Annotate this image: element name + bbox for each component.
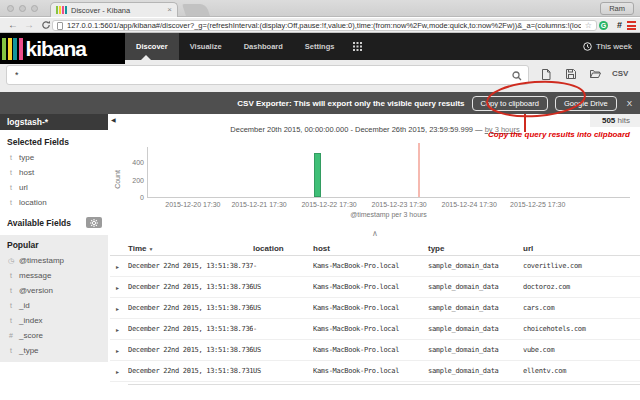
open-search-icon[interactable] xyxy=(590,69,601,78)
forward-icon[interactable]: → xyxy=(24,20,34,30)
column-header-host[interactable]: host xyxy=(313,244,428,253)
save-search-icon[interactable] xyxy=(566,69,576,79)
nav-tab-dashboard[interactable]: Dashboard xyxy=(233,33,294,60)
x-axis-label: @timestamp per 3 hours xyxy=(147,211,630,218)
notification-close-icon[interactable]: X xyxy=(624,99,635,108)
sidebar-field-item[interactable]: t host xyxy=(0,165,108,180)
table-row[interactable]: ▸ December 22nd 2015, 13:51:38.736 US Ka… xyxy=(110,340,640,361)
window-controls[interactable] xyxy=(7,5,38,12)
sidebar-field-item[interactable]: t message xyxy=(0,268,108,283)
expand-row-icon[interactable]: ▸ xyxy=(110,347,128,354)
sidebar-field-item[interactable]: # _score xyxy=(0,328,108,343)
cell-host: Kams-MacBook-Pro.local xyxy=(313,262,428,270)
column-header-url[interactable]: url xyxy=(523,244,640,253)
csv-export-button[interactable]: CSV xyxy=(612,69,628,78)
url-text[interactable]: 127.0.0.1:5601/app/kibana#/discover?_g=(… xyxy=(67,21,581,30)
sidebar-field-item[interactable]: t _index xyxy=(0,313,108,328)
cell-url: vube.com xyxy=(523,346,640,354)
column-header-type[interactable]: type xyxy=(428,244,523,253)
zoom-window-button[interactable] xyxy=(31,5,38,12)
table-row[interactable]: ▸ December 22nd 2015, 13:51:38.736 US Ka… xyxy=(110,298,640,319)
query-input[interactable] xyxy=(7,66,528,84)
tab-close-icon[interactable]: × xyxy=(167,6,172,14)
sidebar-field-item[interactable]: ◷ @timestamp xyxy=(0,253,108,268)
nav-tab-discover[interactable]: Discover xyxy=(125,33,179,60)
discover-content: 505 hits December 20th 2015, 00:00:00.00… xyxy=(110,114,640,400)
column-header-location[interactable]: location xyxy=(253,244,313,253)
reload-icon[interactable] xyxy=(41,20,51,30)
index-pattern-selector[interactable]: logstash-* xyxy=(0,114,108,130)
field-type-icon: t xyxy=(8,287,14,294)
table-row[interactable]: ▸ December 22nd 2015, 13:51:38.731 US Ka… xyxy=(110,361,640,382)
histogram-bar[interactable] xyxy=(314,153,321,197)
collapse-histogram-icon[interactable]: ∧ xyxy=(110,230,640,238)
x-axis-tick: 2015-12-25 17:30 xyxy=(510,201,565,208)
apps-grid-icon[interactable] xyxy=(345,33,370,60)
expand-row-icon[interactable]: ▸ xyxy=(110,305,128,312)
sidebar-field-item[interactable]: t url xyxy=(0,180,108,195)
bookmark-star-icon[interactable]: ☆ xyxy=(585,22,592,30)
copy-to-clipboard-button[interactable]: Copy to clipboard xyxy=(472,96,548,111)
x-axis-ticks: 2015-12-20 17:302015-12-21 17:302015-12-… xyxy=(147,201,630,211)
y-axis-tick: 200 xyxy=(122,177,144,184)
table-row[interactable]: ▸ December 22nd 2015, 13:51:38.737 - Kam… xyxy=(110,256,640,277)
search-icon[interactable] xyxy=(512,71,522,81)
kibana-brand-text: kibana xyxy=(26,38,87,60)
back-icon[interactable]: ← xyxy=(8,20,18,30)
expand-row-icon[interactable]: ▸ xyxy=(110,284,128,291)
browser-profile-button[interactable]: Ram xyxy=(600,2,634,15)
field-settings-button[interactable] xyxy=(86,217,102,228)
field-name[interactable]: _type xyxy=(19,346,39,355)
field-type-icon: t xyxy=(8,347,14,354)
nav-tab-settings[interactable]: Settings xyxy=(294,33,346,60)
field-name[interactable]: type xyxy=(19,153,34,162)
sidebar-field-item[interactable]: t _type xyxy=(0,343,108,358)
sidebar-field-item[interactable]: t location xyxy=(0,195,108,210)
time-marker-line xyxy=(418,143,420,197)
minimize-window-button[interactable] xyxy=(19,5,26,12)
close-window-button[interactable] xyxy=(7,5,14,12)
hits-label: hits xyxy=(618,116,630,125)
google-drive-button[interactable]: Google Drive xyxy=(555,96,617,111)
table-row[interactable]: ▸ December 22nd 2015, 13:51:38.736 US Ka… xyxy=(110,277,640,298)
field-name[interactable]: _index xyxy=(19,316,43,325)
x-axis-tick: 2015-12-24 17:30 xyxy=(442,201,497,208)
query-input-wrap xyxy=(6,65,529,85)
cell-type: sample_domain_data xyxy=(428,346,523,354)
cell-time: December 22nd 2015, 13:51:38.731 xyxy=(128,367,253,375)
field-name[interactable]: url xyxy=(19,183,28,192)
nav-tab-visualize[interactable]: Visualize xyxy=(179,33,233,60)
expand-row-icon[interactable]: ▸ xyxy=(110,263,128,270)
new-search-icon[interactable] xyxy=(541,69,551,80)
active-tab-notch xyxy=(141,55,151,60)
field-name[interactable]: @timestamp xyxy=(19,256,64,265)
sidebar-field-item[interactable]: t @version xyxy=(0,283,108,298)
field-name[interactable]: @version xyxy=(19,286,53,295)
field-type-icon: t xyxy=(8,302,14,309)
sidebar-field-item[interactable]: t _id xyxy=(0,298,108,313)
menu-extension-icon[interactable] xyxy=(627,21,636,30)
timepicker-button[interactable]: This week xyxy=(583,33,632,60)
field-name[interactable]: host xyxy=(19,168,34,177)
field-name[interactable]: _id xyxy=(19,301,30,310)
grammarly-extension-icon[interactable]: G xyxy=(599,21,608,30)
table-row[interactable]: ▸ December 22nd 2015, 13:51:38.736 - Kam… xyxy=(110,319,640,340)
field-name[interactable]: message xyxy=(19,271,51,280)
browser-tab[interactable]: Discover - Kibana × xyxy=(50,2,178,17)
cell-time: December 22nd 2015, 13:51:38.737 xyxy=(128,262,253,270)
field-name[interactable]: location xyxy=(19,198,47,207)
hash-extension-icon[interactable]: # xyxy=(617,21,622,30)
histogram-plot: 4002000 xyxy=(147,147,630,198)
field-name[interactable]: _score xyxy=(19,331,43,340)
kibana-logo[interactable]: kibana xyxy=(0,33,125,64)
expand-row-icon[interactable]: ▸ xyxy=(110,326,128,333)
notification-message: CSV Exporter: This will export only the … xyxy=(237,99,464,108)
sidebar-field-item[interactable]: t type xyxy=(0,150,108,165)
cell-location: - xyxy=(253,262,313,270)
url-bar[interactable]: 127.0.0.1:5601/app/kibana#/discover?_g=(… xyxy=(52,20,597,31)
column-header-time[interactable]: Time▼ xyxy=(128,244,253,253)
new-tab-button[interactable] xyxy=(182,4,210,16)
expand-row-icon[interactable]: ▸ xyxy=(110,368,128,375)
kibana-nav: Discover Visualize Dashboard Settings xyxy=(125,33,370,60)
field-type-icon: # xyxy=(8,332,14,339)
